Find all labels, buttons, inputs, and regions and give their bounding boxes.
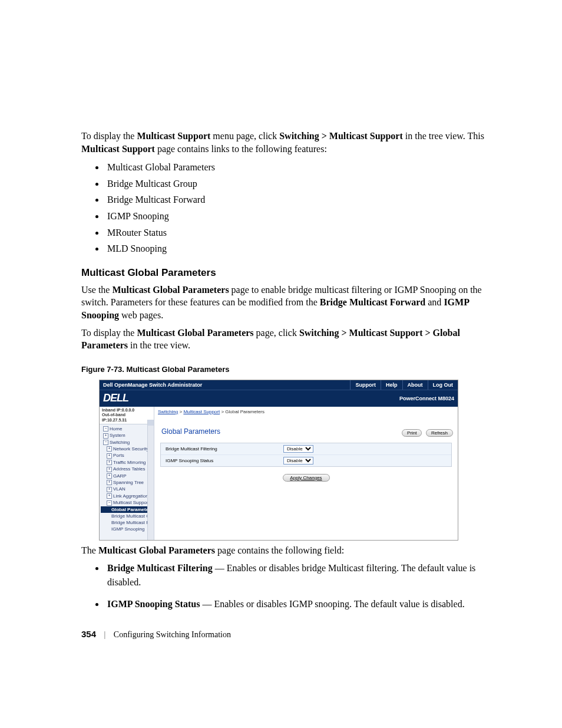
list-item: MLD Snooping — [105, 241, 491, 256]
list-item: Bridge Multicast Filtering — Enables or … — [105, 561, 491, 588]
plus-icon: + — [107, 473, 112, 479]
crumb-multicast-support[interactable]: Multicast Support — [183, 409, 220, 414]
ss-tree: −Home +System −Switching +Network Securi… — [100, 424, 154, 532]
tree-link-aggregation[interactable]: +Link Aggregation — [101, 493, 154, 499]
list-item: MRouter Status — [105, 225, 491, 241]
figure-caption: Figure 7-73. Multicast Global Parameters — [81, 365, 491, 374]
chapter-title: Configuring Switching Information — [114, 630, 231, 639]
use-paragraph: Use the Multicast Global Parameters page… — [81, 284, 491, 322]
row-igmp-snooping-status: IGMP Snooping Status Disable — [161, 455, 451, 466]
tree-spanning-tree[interactable]: +Spanning Tree — [101, 479, 154, 486]
settings-panel: Bridge Multicast Filtering Disable IGMP … — [160, 443, 452, 467]
tree-traffic-mirroring[interactable]: +Traffic Mirroring — [101, 459, 154, 466]
plus-icon: + — [107, 487, 112, 492]
tree-home[interactable]: −Home — [101, 426, 154, 432]
tree-address-tables[interactable]: +Address Tables — [101, 466, 154, 472]
tree-garp[interactable]: +GARP — [101, 473, 154, 479]
minus-icon: − — [103, 426, 108, 431]
tree-global-parameters[interactable]: Global Parameters — [101, 506, 154, 513]
feature-list: Multicast Global Parameters Bridge Multi… — [105, 160, 491, 256]
igmp-snooping-status-select[interactable]: Disable — [283, 457, 313, 465]
footer-separator: | — [104, 630, 106, 639]
page-number: 354 — [81, 629, 96, 639]
tree-bridge-multicast-f[interactable]: Bridge Multicast F — [101, 519, 154, 526]
intro-paragraph: To display the Multicast Support menu pa… — [81, 130, 491, 155]
minus-icon: − — [107, 500, 112, 506]
display-paragraph: To display the Multicast Global Paramete… — [81, 327, 491, 352]
scroll-up-icon[interactable] — [148, 420, 154, 426]
list-item: Bridge Multicast Group — [105, 176, 491, 192]
dell-logo: DELL — [103, 392, 128, 404]
ss-logout-link[interactable]: Log Out — [428, 380, 458, 390]
screenshot-figure: Dell OpenManage Switch Administrator Sup… — [99, 380, 458, 541]
tree-network-security[interactable]: +Network Security — [101, 446, 154, 452]
crumb-current: Global Parameters — [225, 409, 265, 414]
row-bridge-multicast-filtering: Bridge Multicast Filtering Disable — [161, 443, 451, 455]
ss-support-link[interactable]: Support — [350, 380, 381, 390]
plus-icon: + — [107, 446, 112, 452]
tree-igmp-snooping[interactable]: IGMP Snooping — [101, 526, 154, 532]
ss-titlebar: Dell OpenManage Switch Administrator Sup… — [100, 380, 458, 390]
apply-changes-button[interactable]: Apply Changes — [283, 474, 330, 482]
crumb-switching[interactable]: Switching — [158, 409, 178, 414]
ss-help-link[interactable]: Help — [381, 380, 402, 390]
tree-switching[interactable]: −Switching — [101, 439, 154, 446]
section-heading: Multicast Global Parameters — [81, 267, 491, 279]
ss-sidebar: Inband IP:0.0.0.0Out-of-band IP:10.27.5.… — [100, 407, 154, 540]
plus-icon: + — [103, 433, 108, 439]
ss-model-label: PowerConnect M8024 — [399, 396, 454, 401]
after-figure-paragraph: The Multicast Global Parameters page con… — [81, 544, 491, 557]
page-title: Global Parameters — [154, 417, 458, 440]
plus-icon: + — [107, 480, 112, 485]
ss-app-title: Dell OpenManage Switch Administrator — [100, 382, 350, 388]
list-item: Bridge Multicast Forward — [105, 192, 491, 207]
sidebar-scrollbar[interactable] — [147, 420, 154, 540]
plus-icon: + — [107, 467, 112, 472]
row-label: IGMP Snooping Status — [166, 458, 283, 463]
tree-ports[interactable]: +Ports — [101, 452, 154, 459]
ss-ip-info: Inband IP:0.0.0.0Out-of-band IP:10.27.5.… — [100, 407, 154, 424]
ss-main: Switching > Multicast Support > Global P… — [154, 407, 458, 540]
tree-multicast-support[interactable]: −Multicast Support — [101, 499, 154, 506]
bridge-multicast-filtering-select[interactable]: Disable — [283, 445, 313, 453]
list-item: IGMP Snooping Status — Enables or disabl… — [105, 597, 491, 611]
field-list: Bridge Multicast Filtering — Enables or … — [105, 561, 491, 611]
page-footer: 354 | Configuring Switching Information — [81, 629, 231, 640]
list-item: IGMP Snooping — [105, 209, 491, 224]
tree-vlan[interactable]: +VLAN — [101, 486, 154, 492]
ss-about-link[interactable]: About — [402, 380, 428, 390]
list-item: Multicast Global Parameters — [105, 160, 491, 175]
tree-system[interactable]: +System — [101, 432, 154, 439]
minus-icon: − — [103, 440, 108, 445]
plus-icon: + — [107, 493, 112, 499]
print-button[interactable]: Print — [402, 429, 422, 437]
tree-bridge-multicast-g[interactable]: Bridge Multicast G — [101, 513, 154, 519]
row-label: Bridge Multicast Filtering — [166, 446, 283, 452]
plus-icon: + — [107, 460, 112, 465]
ss-logo-row: DELL PowerConnect M8024 — [100, 390, 458, 407]
breadcrumb: Switching > Multicast Support > Global P… — [154, 407, 458, 417]
refresh-button[interactable]: Refresh — [426, 429, 453, 437]
plus-icon: + — [107, 453, 112, 459]
